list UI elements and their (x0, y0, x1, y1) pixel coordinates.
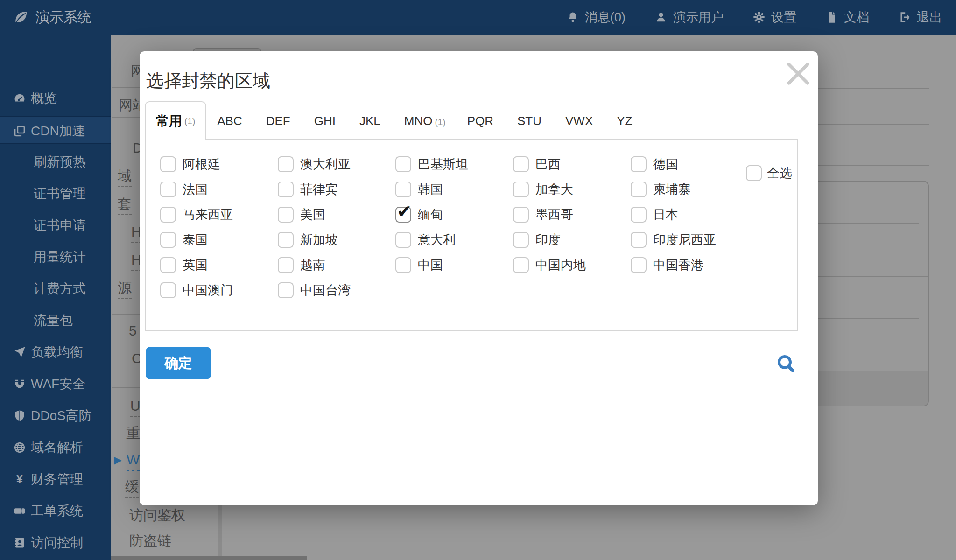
sidebar-item-finance[interactable]: ¥ 财务管理 (0, 465, 111, 493)
region-checkbox-item[interactable]: 越南 (278, 257, 395, 273)
sidebar-item-label: 流量包 (34, 307, 73, 335)
tab-label: VWX (565, 114, 593, 128)
region-label: 英国 (183, 257, 208, 273)
sidebar-item-dns[interactable]: 域名解析 (0, 434, 111, 462)
sidebar-item-usage-stats[interactable]: 用量统计 (0, 243, 111, 271)
sidebar-item-refresh-prewarm[interactable]: 刷新预热 (0, 148, 111, 176)
topbar-item-messages[interactable]: 消息(0) (566, 9, 626, 26)
select-all-checkbox[interactable]: 全选 (746, 165, 792, 182)
region-label: 中国 (418, 257, 443, 273)
clone-icon (13, 125, 26, 138)
gear-icon (752, 11, 766, 24)
topbar-item-logout[interactable]: 退出 (898, 9, 942, 26)
globe-icon (13, 441, 26, 454)
sidebar-item-cert-apply[interactable]: 证书申请 (0, 211, 111, 239)
region-checkbox-item[interactable]: 墨西哥 (513, 207, 631, 223)
checkbox (160, 182, 176, 197)
topbar-item-settings[interactable]: 设置 (752, 9, 796, 26)
submenu-fragment: 套 (118, 195, 132, 215)
region-label: 新加坡 (300, 231, 338, 248)
region-checkbox-item[interactable]: 柬埔寨 (631, 182, 748, 197)
region-checkbox-item[interactable]: 中国台湾 (278, 282, 395, 298)
region-checkbox-item[interactable]: 美国 (278, 207, 395, 223)
region-checkbox-item[interactable]: 日本 (631, 207, 748, 223)
checkbox (278, 257, 294, 273)
sidebar-item-billing-method[interactable]: 计费方式 (0, 275, 111, 303)
region-checkbox-item[interactable]: 澳大利亚 (278, 156, 395, 172)
region-label: 意大利 (418, 231, 456, 248)
region-grid: 阿根廷 澳大利亚 巴基斯坦 巴西 德国 法国 菲律宾 韩国 加拿大 柬埔寨 马来… (160, 156, 748, 298)
region-checkbox-item[interactable]: 中国内地 (513, 257, 631, 273)
sidebar-item-cdn[interactable]: CDN加速 (0, 116, 111, 144)
region-checkbox-item[interactable]: 泰国 (160, 232, 278, 248)
tab-vwx[interactable]: VWX (565, 114, 595, 128)
region-checkbox-item[interactable]: 中国香港 (631, 257, 748, 273)
tab-def[interactable]: DEF (266, 114, 293, 128)
region-checkbox-item[interactable]: 加拿大 (513, 182, 631, 197)
tab-jkl[interactable]: JKL (359, 114, 383, 128)
region-checkbox-item[interactable]: 中国 (395, 257, 513, 273)
region-checkbox-item[interactable]: 中国澳门 (160, 282, 278, 298)
sidebar-item-access-control[interactable]: 访问控制 (0, 529, 111, 557)
bottom-scroll-strip (111, 556, 307, 560)
tab-ghi[interactable]: GHI (314, 114, 338, 128)
submenu-scrollbar[interactable] (218, 505, 222, 556)
region-checkbox-item[interactable]: 印度 (513, 232, 631, 248)
sidebar-item-waf[interactable]: WAF安全 (0, 370, 111, 398)
region-checkbox-item[interactable]: 英国 (160, 257, 278, 273)
region-checkbox-item[interactable]: 巴基斯坦 (395, 156, 513, 172)
region-checkbox-item[interactable]: 意大利 (395, 232, 513, 248)
checkbox (395, 156, 411, 172)
tab-bar: 常用 (1) ABC DEF GHI JKL MNO(1) PQR STU VW… (145, 102, 790, 140)
topbar: 演示系统 消息(0) 演示用户 (0, 0, 956, 35)
tab-count: (1) (435, 117, 445, 127)
region-checkbox-item[interactable]: 新加坡 (278, 232, 395, 248)
region-checkbox-item[interactable]: 德国 (631, 156, 748, 172)
region-checkbox-item[interactable]: 法国 (160, 182, 278, 197)
tab-common[interactable]: 常用 (1) (145, 101, 206, 140)
close-icon[interactable] (785, 61, 811, 87)
dashboard-icon (13, 92, 26, 105)
sidebar-item-cert-manage[interactable]: 证书管理 (0, 180, 111, 208)
sidebar-item-label: 工单系统 (31, 497, 83, 525)
submenu-item-access-auth[interactable]: 访问鉴权 (129, 506, 185, 525)
topbar-item-docs[interactable]: 文档 (825, 9, 869, 26)
region-label: 法国 (183, 181, 208, 198)
submenu-fragment-active: W (127, 450, 140, 471)
checkbox (631, 182, 647, 197)
modal-title: 选择封禁的区域 (146, 69, 270, 93)
tab-mno[interactable]: MNO(1) (404, 114, 446, 128)
sidebar-item-label: DDoS高防 (31, 402, 92, 430)
region-checkbox-item[interactable]: 韩国 (395, 182, 513, 197)
topbar-item-user[interactable]: 演示用户 (654, 9, 724, 26)
tab-abc[interactable]: ABC (217, 114, 244, 128)
region-checkbox-item[interactable]: 马来西亚 (160, 207, 278, 223)
checkbox (395, 232, 411, 248)
search-icon[interactable] (776, 354, 797, 375)
region-checkbox-item[interactable]: 印度尼西亚 (631, 232, 748, 248)
region-checkbox-item[interactable]: 阿根廷 (160, 156, 278, 172)
sidebar-item-tickets[interactable]: 工单系统 (0, 497, 111, 525)
topbar-menu: 消息(0) 演示用户 (566, 0, 942, 35)
sidebar-item-load-balance[interactable]: 负载均衡 (0, 338, 111, 366)
sidebar-item-label: 财务管理 (31, 465, 83, 493)
region-checkbox-item[interactable]: 巴西 (513, 156, 631, 172)
sidebar-item-ddos[interactable]: DDoS高防 (0, 402, 111, 430)
confirm-button[interactable]: 确定 (146, 347, 211, 379)
screen: 演示系统 消息(0) 演示用户 (0, 0, 956, 560)
region-checkbox-item[interactable]: 菲律宾 (278, 182, 395, 197)
submenu-fragment: 5 (129, 322, 137, 340)
tab-label: YZ (617, 114, 632, 128)
checkbox (746, 165, 762, 181)
sidebar-item-label: 访问控制 (31, 529, 83, 557)
region-checkbox-item[interactable]: ✔缅甸 (395, 207, 513, 223)
submenu-item-hotlink-protect[interactable]: 防盗链 (129, 532, 171, 550)
tab-yz[interactable]: YZ (617, 114, 634, 128)
checkbox (160, 257, 176, 273)
yen-icon: ¥ (13, 473, 26, 486)
sidebar-item-overview[interactable]: 概览 (0, 84, 111, 112)
sidebar-item-label: 用量统计 (34, 243, 86, 271)
sidebar-item-traffic-pack[interactable]: 流量包 (0, 307, 111, 335)
tab-pqr[interactable]: PQR (467, 114, 496, 128)
tab-stu[interactable]: STU (517, 114, 544, 128)
